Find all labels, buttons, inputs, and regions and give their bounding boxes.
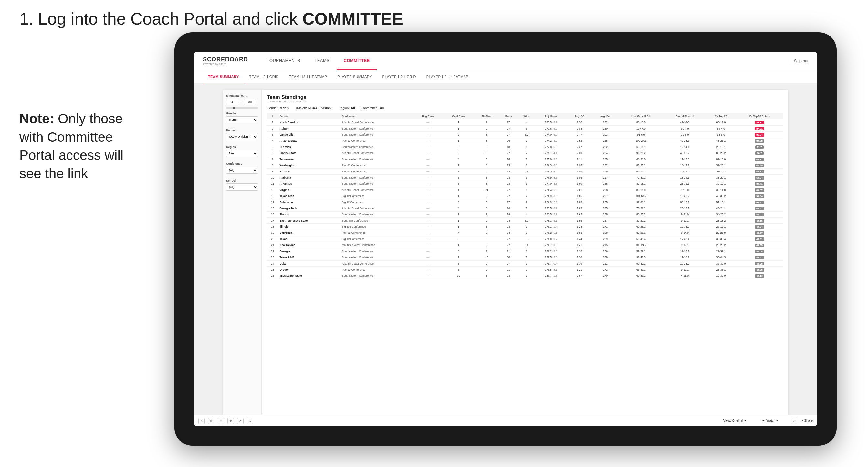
- toolbar-view-button[interactable]: View: Original ▾: [723, 419, 746, 423]
- table-row: 18 Illinois Big Ten Conference — 1 8 23 …: [267, 224, 783, 230]
- region-select[interactable]: N/A All: [226, 150, 258, 157]
- cell-avg-sg: 1.85: [567, 199, 592, 206]
- school-select[interactable]: (All): [226, 183, 258, 191]
- cell-vs25: 23-33.1: [706, 267, 736, 273]
- toolbar-forward-icon[interactable]: ▷: [208, 417, 215, 424]
- cell-school: Virginia: [278, 187, 341, 193]
- cell-adj-score: 276.9 -3.5: [536, 193, 567, 199]
- bottom-toolbar: ◁ ▷ ↻ ⊕ ⤢ ⏱ View: Original ▾ 👁 Watch ▾ ⤢…: [194, 415, 817, 426]
- cell-avg-sg: 1.28: [567, 248, 592, 254]
- sub-nav-team-summary[interactable]: TEAM SUMMARY: [203, 70, 244, 83]
- cell-reg-rank: —: [413, 150, 442, 156]
- toolbar-refresh-icon[interactable]: ↻: [218, 417, 224, 424]
- cell-avg-sg: 2.77: [567, 132, 592, 138]
- col-header-rank: #: [267, 113, 278, 120]
- cell-pts: 49.24: [736, 224, 783, 230]
- cell-school: Arizona: [278, 168, 341, 175]
- table-row: 23 Texas A&M Southeastern Conference — 9…: [267, 254, 783, 261]
- cell-reg-rank: —: [413, 187, 442, 193]
- cell-wins: 4.6: [518, 168, 536, 175]
- toolbar-back-icon[interactable]: ◁: [198, 417, 205, 424]
- instruction-text: Log into the Coach Portal and click: [38, 9, 302, 28]
- nav-item-teams[interactable]: TEAMS: [307, 52, 336, 70]
- cell-overall: 49-23.1: [663, 138, 706, 144]
- cell-adj-score: 276.9 -2.8: [536, 199, 567, 206]
- cell-adj-score: 279.2 -3.8: [536, 248, 567, 254]
- sub-nav-player-h2h-grid[interactable]: PLAYER H2H GRID: [377, 70, 421, 83]
- cell-no-tour: 10: [474, 150, 499, 156]
- cell-adj-score: 279.5 -3.1: [536, 267, 567, 273]
- cell-rank: 13: [267, 193, 278, 199]
- sub-nav-team-h2h-heatmap[interactable]: TEAM H2H HEATMAP: [284, 70, 332, 83]
- cell-adj-score: 275.0 -5.5: [536, 156, 567, 162]
- tablet-screen: SCOREBOARD Powered by clippd TOURNAMENTS…: [194, 52, 817, 426]
- cell-rank: 14: [267, 199, 278, 206]
- cell-avg-par: 267: [592, 218, 619, 224]
- cell-rank: 6: [267, 150, 278, 156]
- cell-pts: 80.57: [736, 187, 783, 193]
- cell-conference: Atlantic Coast Conference: [340, 150, 413, 156]
- gender-select[interactable]: Men's Women's: [226, 116, 258, 123]
- cell-overall: 11-13.0: [663, 156, 706, 162]
- cell-avg-par: 270: [592, 273, 619, 279]
- cell-reg-rank: —: [413, 144, 442, 150]
- cell-conf-rank: 5: [443, 261, 474, 267]
- table-row: 24 Duke Atlantic Coast Conference — 5 9 …: [267, 261, 783, 267]
- cell-adj-score: 278.1 -5.1: [536, 218, 567, 224]
- cell-no-tour: 8: [474, 132, 499, 138]
- cell-vs25: 37-30.0: [706, 261, 736, 267]
- cell-avg-par: 258: [592, 212, 619, 218]
- cell-conference: Southeastern Conference: [340, 132, 413, 138]
- col-header-avg-sg: Avg. SG: [567, 113, 592, 120]
- cell-conf-rank: 2: [443, 132, 474, 138]
- toolbar-expand-icon[interactable]: ⤢: [791, 417, 797, 424]
- division-select[interactable]: NCAA Division I NCAA Division II: [226, 133, 258, 140]
- cell-overall: 8-14.0: [663, 230, 706, 236]
- toolbar-share-sm-icon[interactable]: ⤢: [237, 417, 244, 424]
- cell-rnds: 27: [499, 126, 518, 132]
- cell-rank: 10: [267, 175, 278, 181]
- nav-item-tournaments[interactable]: TOURNAMENTS: [260, 52, 307, 70]
- cell-school: Vanderbilt: [278, 132, 341, 138]
- cell-conference: Big 12 Conference: [340, 236, 413, 242]
- cell-overall: 23-23.1: [663, 206, 706, 212]
- col-header-conference: Conference: [340, 113, 413, 120]
- sign-out-link[interactable]: Sign out: [794, 59, 808, 63]
- cell-reg-rank: —: [413, 168, 442, 175]
- cell-wins: 0.8: [518, 242, 536, 248]
- cell-low: 60-39.2: [619, 273, 663, 279]
- cell-low: 104-63.2: [619, 193, 663, 199]
- cell-avg-par: 217: [592, 175, 619, 181]
- cell-wins: 3: [518, 181, 536, 187]
- cell-avg-sg: 1.55: [567, 218, 592, 224]
- cell-avg-par: 268: [592, 187, 619, 193]
- min-rounds-min-input[interactable]: [226, 99, 239, 105]
- table-row: 11 Arkansas Southeastern Conference — 6 …: [267, 181, 783, 187]
- cell-low: 96-29.2: [619, 150, 663, 156]
- step-instruction: 1. Log into the Coach Portal and click C…: [20, 9, 403, 28]
- cell-rnds: 21: [499, 248, 518, 254]
- cell-conf-rank: 4: [443, 230, 474, 236]
- toolbar-share-button[interactable]: ↗ Share: [801, 419, 813, 423]
- toolbar-watch-button[interactable]: 👁 Watch ▾: [762, 419, 778, 423]
- cell-wins: 6.2: [518, 132, 536, 138]
- cell-conf-rank: 6: [443, 181, 474, 187]
- cell-adj-score: 279.7 -0.4: [536, 261, 567, 267]
- cell-school: Oregon: [278, 267, 341, 273]
- table-row: 16 Florida Southeastern Conference — 7 9…: [267, 212, 783, 218]
- cell-school: Tennessee: [278, 156, 341, 162]
- nav-item-committee[interactable]: COMMITTEE: [337, 52, 377, 70]
- table-row: 26 Mississippi State Southeastern Confer…: [267, 273, 783, 279]
- sub-nav-player-h2h-heatmap[interactable]: PLAYER H2H HEATMAP: [421, 70, 473, 83]
- cell-conf-rank: 1: [443, 120, 474, 126]
- cell-rank: 7: [267, 156, 278, 162]
- toolbar-bookmark-icon[interactable]: ⊕: [227, 417, 234, 424]
- conference-select[interactable]: (All) ACC: [226, 167, 258, 174]
- cell-conference: Southeastern Conference: [340, 181, 413, 187]
- min-rounds-max-input[interactable]: [244, 99, 256, 105]
- sub-nav-player-summary[interactable]: PLAYER SUMMARY: [332, 70, 377, 83]
- cell-pts: 48.91: [736, 236, 783, 242]
- toolbar-clock-icon[interactable]: ⏱: [247, 417, 253, 424]
- cell-rank: 16: [267, 212, 278, 218]
- sub-nav-team-h2h-grid[interactable]: TEAM H2H GRID: [244, 70, 284, 83]
